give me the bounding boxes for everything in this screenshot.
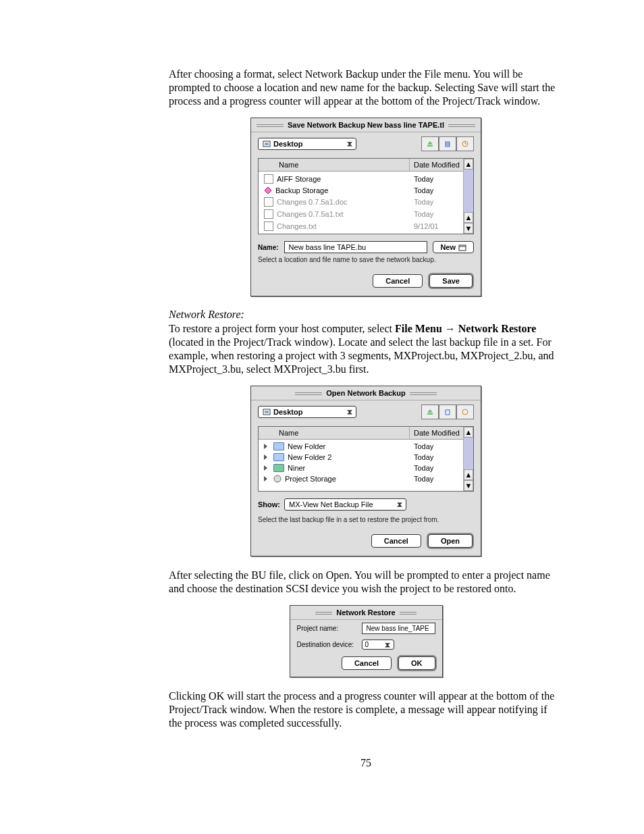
disclosure-icon[interactable]: [264, 465, 267, 471]
svg-marker-2: [427, 141, 433, 145]
recent-icon[interactable]: [456, 405, 474, 419]
file-icon: [264, 209, 273, 219]
list-item[interactable]: AIFF Storage Today: [259, 173, 473, 185]
location-dropdown[interactable]: Desktop: [258, 406, 356, 418]
column-name[interactable]: Name: [259, 159, 409, 171]
desktop-icon: [263, 409, 271, 415]
scroll-up-icon[interactable]: ▲: [464, 427, 473, 438]
svg-marker-11: [265, 187, 271, 194]
scroll-down-icon[interactable]: ▼: [464, 223, 473, 234]
file-list: Name Date Modified AIFF Storage Today Ba…: [258, 158, 474, 234]
scroll-up2-icon[interactable]: ▲: [464, 212, 473, 223]
save-button[interactable]: Save: [429, 274, 473, 288]
list-item[interactable]: Project Storage Today: [259, 473, 473, 484]
filename-input[interactable]: New bass line TAPE.bu: [284, 241, 428, 253]
hint-text: Select the last backup file in a set to …: [251, 515, 481, 529]
list-item: Changes.txt 9/12/01: [259, 220, 473, 232]
folder-icon: [273, 453, 284, 461]
disclosure-icon[interactable]: [264, 444, 267, 449]
recent-icon[interactable]: [456, 136, 474, 151]
paragraph-restore-intro: To restore a project form your host comp…: [169, 322, 563, 376]
trash-icon[interactable]: [439, 405, 456, 419]
drive-icon: [264, 174, 273, 184]
svg-rect-3: [427, 145, 433, 147]
svg-marker-16: [427, 409, 433, 413]
new-folder-icon: [458, 243, 466, 251]
paragraph-intro: After choosing a format, select Network …: [169, 68, 563, 108]
trash-icon[interactable]: [439, 136, 456, 151]
file-list: Name Date Modified New Folder Today New …: [258, 426, 474, 492]
open-button[interactable]: Open: [428, 534, 473, 548]
scroll-up-icon[interactable]: ▲: [464, 159, 473, 170]
column-name[interactable]: Name: [259, 427, 409, 439]
scroll-up2-icon[interactable]: ▲: [464, 469, 473, 480]
cancel-button[interactable]: Cancel: [342, 656, 392, 670]
name-label: Name:: [258, 244, 279, 251]
cancel-button[interactable]: Cancel: [373, 274, 423, 288]
network-restore-dialog: Network Restore Project name: New bass l…: [290, 605, 443, 677]
save-network-backup-dialog: Save Network Backup New bass line TAPE.t…: [250, 118, 481, 296]
list-item[interactable]: New Folder 2 Today: [259, 452, 473, 463]
ok-button[interactable]: OK: [398, 656, 435, 670]
list-item[interactable]: Niner Today: [259, 463, 473, 473]
diamond-icon: [264, 186, 272, 194]
show-label: Show:: [258, 500, 280, 509]
destination-device-dropdown[interactable]: 0: [362, 640, 394, 650]
file-icon: [264, 197, 273, 207]
dialog-title: Save Network Backup New bass line TAPE.t…: [251, 118, 481, 132]
disclosure-icon[interactable]: [264, 454, 267, 460]
eject-icon[interactable]: [421, 405, 439, 419]
svg-rect-1: [265, 142, 269, 145]
desktop-icon: [263, 140, 271, 147]
svg-point-20: [274, 475, 281, 482]
svg-rect-12: [459, 245, 466, 251]
disclosure-icon[interactable]: [264, 476, 267, 481]
scroll-down-icon[interactable]: ▼: [464, 480, 473, 491]
dialog-title: Network Restore: [290, 606, 442, 620]
folder-icon: [273, 442, 284, 450]
cancel-button[interactable]: Cancel: [371, 534, 421, 548]
svg-rect-17: [427, 413, 433, 415]
dialog-title: Open Network Backup: [251, 386, 481, 400]
paragraph-after-open: After selecting the BU file, click on Op…: [169, 569, 563, 596]
new-folder-button[interactable]: New: [433, 241, 474, 253]
file-icon: [264, 221, 273, 231]
scrollbar[interactable]: ▲ ▲ ▼: [463, 427, 473, 491]
hint-text: Select a location and file name to save …: [251, 255, 481, 269]
svg-rect-15: [265, 411, 269, 413]
paragraph-final: Clicking OK will start the process and a…: [169, 689, 563, 730]
project-name-label: Project name:: [297, 625, 358, 632]
page-number: 75: [169, 757, 563, 769]
file-type-dropdown[interactable]: MX-View Net Backup File: [284, 498, 406, 511]
eject-icon[interactable]: [421, 136, 439, 151]
list-item[interactable]: Backup Storage Today: [259, 185, 473, 196]
svg-rect-18: [446, 410, 450, 415]
svg-point-19: [462, 409, 468, 415]
scrollbar[interactable]: ▲ ▲ ▼: [463, 159, 473, 234]
project-name-input[interactable]: New bass line_TAPE: [362, 623, 435, 634]
open-network-backup-dialog: Open Network Backup Desktop Name Date Mo…: [250, 386, 481, 556]
storage-icon: [273, 475, 281, 483]
dropdown-label: Desktop: [273, 408, 302, 416]
list-item[interactable]: New Folder Today: [259, 441, 473, 452]
network-restore-heading: Network Restore:: [169, 309, 563, 321]
dropdown-label: Desktop: [273, 140, 302, 148]
location-dropdown[interactable]: Desktop: [258, 138, 356, 150]
destination-device-label: Destination device:: [297, 641, 358, 648]
list-item: Changes 0.7.5a1.txt Today: [259, 208, 473, 220]
list-item: Changes 0.7.5a1.doc Today: [259, 196, 473, 208]
folder-icon: [273, 464, 284, 472]
